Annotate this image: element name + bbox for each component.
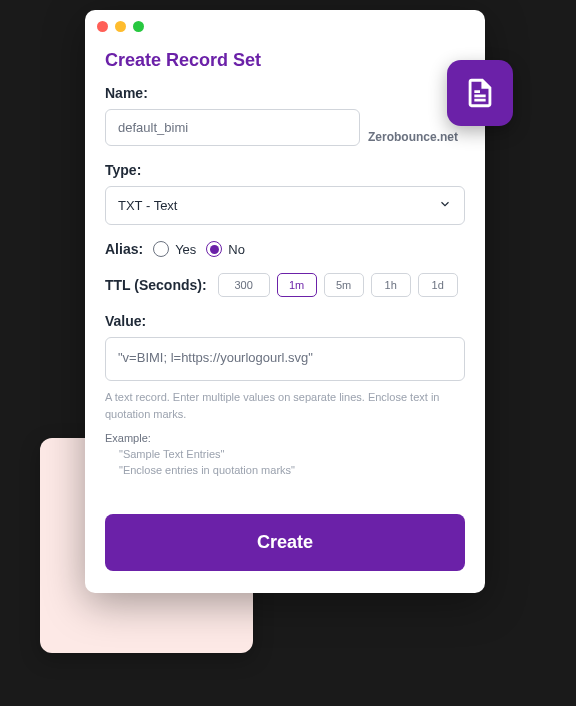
- create-button[interactable]: Create: [105, 514, 465, 571]
- value-help: A text record. Enter multiple values on …: [105, 389, 465, 422]
- alias-label: Alias:: [105, 241, 143, 257]
- value-row: Value: "v=BIMI; l=https://yourlogourl.sv…: [105, 313, 465, 476]
- page-title: Create Record Set: [105, 50, 465, 71]
- ttl-preset-1d[interactable]: 1d: [418, 273, 458, 297]
- ttl-row: TTL (Seconds): 1m 5m 1h 1d: [105, 273, 465, 297]
- alias-row: Alias: Yes No: [105, 241, 465, 257]
- ttl-preset-5m[interactable]: 5m: [324, 273, 364, 297]
- minimize-icon[interactable]: [115, 21, 126, 32]
- alias-no-radio[interactable]: No: [206, 241, 245, 257]
- window-titlebar: [85, 10, 485, 42]
- type-selected: TXT - Text: [118, 198, 177, 213]
- example-line-2: "Enclose entries in quotation marks": [119, 464, 465, 476]
- type-row: Type: TXT - Text: [105, 162, 465, 225]
- alias-yes-label: Yes: [175, 242, 196, 257]
- type-label: Type:: [105, 162, 465, 178]
- value-textarea[interactable]: "v=BIMI; l=https://yourlogourl.svg": [105, 337, 465, 381]
- domain-suffix: Zerobounce.net: [368, 130, 458, 146]
- type-select[interactable]: TXT - Text: [105, 186, 465, 225]
- radio-checked-icon: [206, 241, 222, 257]
- value-label: Value:: [105, 313, 465, 329]
- ttl-label: TTL (Seconds):: [105, 277, 207, 293]
- maximize-icon[interactable]: [133, 21, 144, 32]
- close-icon[interactable]: [97, 21, 108, 32]
- example-label: Example:: [105, 432, 465, 444]
- chevron-down-icon: [438, 197, 452, 214]
- form-content: Create Record Set Name: Zerobounce.net T…: [85, 42, 485, 593]
- ttl-preset-1h[interactable]: 1h: [371, 273, 411, 297]
- name-row: Name: Zerobounce.net: [105, 85, 465, 146]
- alias-yes-radio[interactable]: Yes: [153, 241, 196, 257]
- name-label: Name:: [105, 85, 465, 101]
- app-window: Create Record Set Name: Zerobounce.net T…: [85, 10, 485, 593]
- document-icon: [447, 60, 513, 126]
- radio-icon: [153, 241, 169, 257]
- example-line-1: "Sample Text Entries": [119, 448, 465, 460]
- alias-no-label: No: [228, 242, 245, 257]
- ttl-preset-1m[interactable]: 1m: [277, 273, 317, 297]
- ttl-input[interactable]: [218, 273, 270, 297]
- name-input[interactable]: [105, 109, 360, 146]
